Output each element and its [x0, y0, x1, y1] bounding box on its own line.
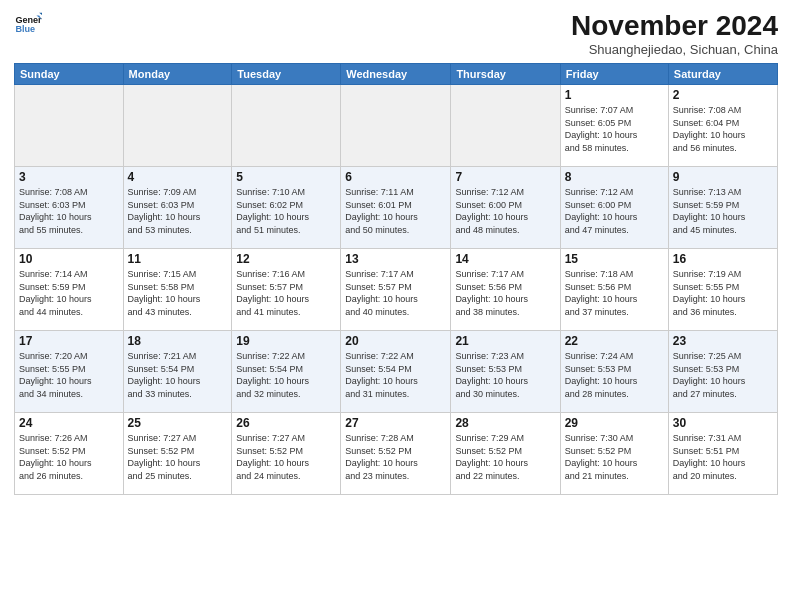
month-title: November 2024: [571, 10, 778, 42]
calendar-day: 12Sunrise: 7:16 AM Sunset: 5:57 PM Dayli…: [232, 249, 341, 331]
day-number: 14: [455, 252, 555, 266]
calendar-week-3: 10Sunrise: 7:14 AM Sunset: 5:59 PM Dayli…: [15, 249, 778, 331]
day-number: 27: [345, 416, 446, 430]
day-number: 3: [19, 170, 119, 184]
day-info: Sunrise: 7:17 AM Sunset: 5:57 PM Dayligh…: [345, 268, 446, 318]
day-info: Sunrise: 7:15 AM Sunset: 5:58 PM Dayligh…: [128, 268, 228, 318]
day-info: Sunrise: 7:08 AM Sunset: 6:04 PM Dayligh…: [673, 104, 773, 154]
day-info: Sunrise: 7:23 AM Sunset: 5:53 PM Dayligh…: [455, 350, 555, 400]
day-info: Sunrise: 7:21 AM Sunset: 5:54 PM Dayligh…: [128, 350, 228, 400]
calendar-day: [341, 85, 451, 167]
day-number: 23: [673, 334, 773, 348]
day-number: 6: [345, 170, 446, 184]
calendar-day: 20Sunrise: 7:22 AM Sunset: 5:54 PM Dayli…: [341, 331, 451, 413]
day-info: Sunrise: 7:31 AM Sunset: 5:51 PM Dayligh…: [673, 432, 773, 482]
weekday-header-row: Sunday Monday Tuesday Wednesday Thursday…: [15, 64, 778, 85]
day-number: 30: [673, 416, 773, 430]
header-friday: Friday: [560, 64, 668, 85]
header-monday: Monday: [123, 64, 232, 85]
header-tuesday: Tuesday: [232, 64, 341, 85]
day-info: Sunrise: 7:19 AM Sunset: 5:55 PM Dayligh…: [673, 268, 773, 318]
day-number: 4: [128, 170, 228, 184]
location: Shuanghejiedao, Sichuan, China: [571, 42, 778, 57]
day-info: Sunrise: 7:10 AM Sunset: 6:02 PM Dayligh…: [236, 186, 336, 236]
day-info: Sunrise: 7:24 AM Sunset: 5:53 PM Dayligh…: [565, 350, 664, 400]
calendar-day: [15, 85, 124, 167]
calendar-day: 26Sunrise: 7:27 AM Sunset: 5:52 PM Dayli…: [232, 413, 341, 495]
logo-icon: General Blue: [14, 10, 42, 38]
calendar-day: 17Sunrise: 7:20 AM Sunset: 5:55 PM Dayli…: [15, 331, 124, 413]
day-number: 20: [345, 334, 446, 348]
calendar-day: 27Sunrise: 7:28 AM Sunset: 5:52 PM Dayli…: [341, 413, 451, 495]
day-number: 17: [19, 334, 119, 348]
day-number: 29: [565, 416, 664, 430]
calendar-week-4: 17Sunrise: 7:20 AM Sunset: 5:55 PM Dayli…: [15, 331, 778, 413]
header-wednesday: Wednesday: [341, 64, 451, 85]
day-info: Sunrise: 7:26 AM Sunset: 5:52 PM Dayligh…: [19, 432, 119, 482]
calendar-day: 30Sunrise: 7:31 AM Sunset: 5:51 PM Dayli…: [668, 413, 777, 495]
calendar-day: 8Sunrise: 7:12 AM Sunset: 6:00 PM Daylig…: [560, 167, 668, 249]
day-number: 10: [19, 252, 119, 266]
header-saturday: Saturday: [668, 64, 777, 85]
day-number: 24: [19, 416, 119, 430]
calendar-week-5: 24Sunrise: 7:26 AM Sunset: 5:52 PM Dayli…: [15, 413, 778, 495]
day-info: Sunrise: 7:22 AM Sunset: 5:54 PM Dayligh…: [236, 350, 336, 400]
title-section: November 2024 Shuanghejiedao, Sichuan, C…: [571, 10, 778, 57]
calendar-day: 7Sunrise: 7:12 AM Sunset: 6:00 PM Daylig…: [451, 167, 560, 249]
calendar-day: 24Sunrise: 7:26 AM Sunset: 5:52 PM Dayli…: [15, 413, 124, 495]
day-info: Sunrise: 7:27 AM Sunset: 5:52 PM Dayligh…: [236, 432, 336, 482]
calendar-day: 1Sunrise: 7:07 AM Sunset: 6:05 PM Daylig…: [560, 85, 668, 167]
day-number: 22: [565, 334, 664, 348]
calendar-week-2: 3Sunrise: 7:08 AM Sunset: 6:03 PM Daylig…: [15, 167, 778, 249]
calendar-day: 19Sunrise: 7:22 AM Sunset: 5:54 PM Dayli…: [232, 331, 341, 413]
day-number: 13: [345, 252, 446, 266]
header-thursday: Thursday: [451, 64, 560, 85]
day-info: Sunrise: 7:18 AM Sunset: 5:56 PM Dayligh…: [565, 268, 664, 318]
day-number: 19: [236, 334, 336, 348]
calendar-day: 13Sunrise: 7:17 AM Sunset: 5:57 PM Dayli…: [341, 249, 451, 331]
page: General Blue November 2024 Shuanghejieda…: [0, 0, 792, 612]
day-number: 26: [236, 416, 336, 430]
calendar-day: 28Sunrise: 7:29 AM Sunset: 5:52 PM Dayli…: [451, 413, 560, 495]
day-number: 9: [673, 170, 773, 184]
day-info: Sunrise: 7:28 AM Sunset: 5:52 PM Dayligh…: [345, 432, 446, 482]
calendar-day: 9Sunrise: 7:13 AM Sunset: 5:59 PM Daylig…: [668, 167, 777, 249]
day-info: Sunrise: 7:09 AM Sunset: 6:03 PM Dayligh…: [128, 186, 228, 236]
calendar-day: 21Sunrise: 7:23 AM Sunset: 5:53 PM Dayli…: [451, 331, 560, 413]
day-info: Sunrise: 7:07 AM Sunset: 6:05 PM Dayligh…: [565, 104, 664, 154]
day-number: 28: [455, 416, 555, 430]
day-info: Sunrise: 7:14 AM Sunset: 5:59 PM Dayligh…: [19, 268, 119, 318]
day-number: 12: [236, 252, 336, 266]
calendar-day: 25Sunrise: 7:27 AM Sunset: 5:52 PM Dayli…: [123, 413, 232, 495]
calendar-day: [451, 85, 560, 167]
calendar-day: [123, 85, 232, 167]
day-info: Sunrise: 7:11 AM Sunset: 6:01 PM Dayligh…: [345, 186, 446, 236]
day-number: 21: [455, 334, 555, 348]
day-number: 8: [565, 170, 664, 184]
svg-text:Blue: Blue: [15, 24, 35, 34]
day-info: Sunrise: 7:12 AM Sunset: 6:00 PM Dayligh…: [455, 186, 555, 236]
calendar-day: 2Sunrise: 7:08 AM Sunset: 6:04 PM Daylig…: [668, 85, 777, 167]
day-number: 2: [673, 88, 773, 102]
calendar-day: 10Sunrise: 7:14 AM Sunset: 5:59 PM Dayli…: [15, 249, 124, 331]
calendar-day: 11Sunrise: 7:15 AM Sunset: 5:58 PM Dayli…: [123, 249, 232, 331]
day-info: Sunrise: 7:27 AM Sunset: 5:52 PM Dayligh…: [128, 432, 228, 482]
day-number: 11: [128, 252, 228, 266]
day-number: 18: [128, 334, 228, 348]
calendar-day: 22Sunrise: 7:24 AM Sunset: 5:53 PM Dayli…: [560, 331, 668, 413]
calendar-day: 5Sunrise: 7:10 AM Sunset: 6:02 PM Daylig…: [232, 167, 341, 249]
calendar-table: Sunday Monday Tuesday Wednesday Thursday…: [14, 63, 778, 495]
day-number: 15: [565, 252, 664, 266]
calendar-day: 29Sunrise: 7:30 AM Sunset: 5:52 PM Dayli…: [560, 413, 668, 495]
day-info: Sunrise: 7:29 AM Sunset: 5:52 PM Dayligh…: [455, 432, 555, 482]
day-info: Sunrise: 7:22 AM Sunset: 5:54 PM Dayligh…: [345, 350, 446, 400]
day-info: Sunrise: 7:12 AM Sunset: 6:00 PM Dayligh…: [565, 186, 664, 236]
day-info: Sunrise: 7:17 AM Sunset: 5:56 PM Dayligh…: [455, 268, 555, 318]
day-info: Sunrise: 7:20 AM Sunset: 5:55 PM Dayligh…: [19, 350, 119, 400]
calendar-week-1: 1Sunrise: 7:07 AM Sunset: 6:05 PM Daylig…: [15, 85, 778, 167]
day-number: 1: [565, 88, 664, 102]
calendar-day: 6Sunrise: 7:11 AM Sunset: 6:01 PM Daylig…: [341, 167, 451, 249]
header: General Blue November 2024 Shuanghejieda…: [14, 10, 778, 57]
calendar-day: 23Sunrise: 7:25 AM Sunset: 5:53 PM Dayli…: [668, 331, 777, 413]
day-number: 5: [236, 170, 336, 184]
